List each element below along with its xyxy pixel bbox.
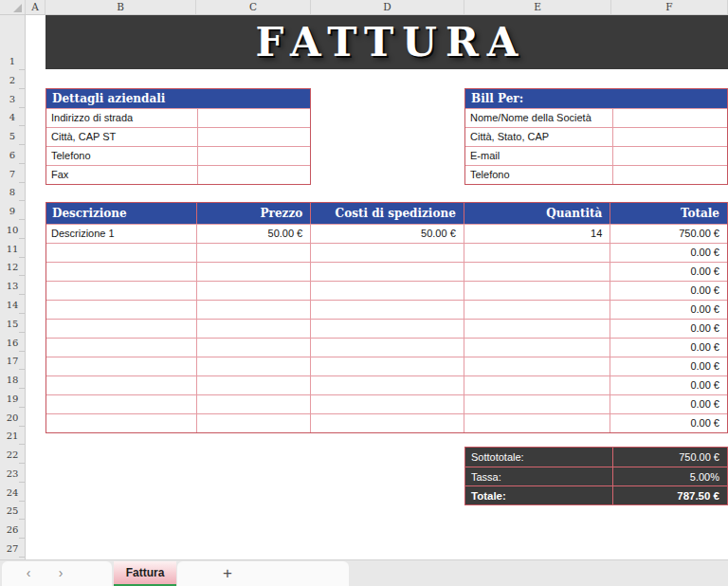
bill-to-value-cell[interactable] [612, 147, 727, 165]
summary-value[interactable]: 5.00% [612, 467, 727, 485]
row-header-14[interactable]: 14 [0, 299, 25, 312]
bill-to-value-cell[interactable] [612, 128, 727, 146]
row-header-12[interactable]: 12 [0, 261, 25, 274]
bill-to-label-cell[interactable]: E-mail [465, 147, 612, 165]
row-header-7[interactable]: 7 [0, 168, 25, 181]
bill-to-header[interactable]: Bill Per: [465, 89, 727, 108]
row-header-5[interactable]: 5 [0, 130, 25, 143]
item-cell[interactable] [464, 395, 611, 413]
item-cell[interactable] [311, 320, 464, 338]
select-all-corner[interactable] [0, 0, 26, 14]
row-header-2[interactable]: 2 [0, 74, 25, 87]
item-cell[interactable]: 0.00 € [610, 414, 727, 432]
company-details-header[interactable]: Dettagli aziendali [46, 89, 310, 108]
row-header-26[interactable]: 26 [0, 523, 25, 537]
item-cell[interactable] [311, 376, 464, 394]
item-cell[interactable]: 0.00 € [610, 263, 727, 281]
row-header-4[interactable]: 4 [0, 111, 25, 124]
row-header-24[interactable]: 24 [0, 486, 25, 500]
column-header-C[interactable]: C [196, 0, 311, 14]
row-header-3[interactable]: 3 [0, 93, 25, 106]
column-header-F[interactable]: F [611, 0, 728, 14]
row-header-1[interactable]: 1 [0, 55, 25, 68]
item-cell[interactable] [464, 301, 611, 319]
item-cell[interactable] [197, 395, 312, 413]
item-cell[interactable] [46, 282, 197, 300]
summary-label[interactable]: Sottototale: [465, 448, 612, 467]
row-header-27[interactable]: 27 [0, 542, 25, 556]
item-cell[interactable]: 50.00 € [311, 225, 464, 243]
company-details-label-cell[interactable]: Fax [46, 166, 197, 184]
add-sheet-button[interactable]: + [217, 561, 238, 586]
summary-label[interactable]: Tassa: [465, 467, 612, 485]
row-header-18[interactable]: 18 [0, 374, 25, 387]
item-cell[interactable] [464, 376, 611, 394]
item-cell[interactable]: 0.00 € [610, 301, 727, 319]
invoice-title-cell[interactable]: FATTURA [46, 15, 728, 69]
row-header-16[interactable]: 16 [0, 337, 25, 350]
company-details-label-cell[interactable]: Città, CAP ST [46, 128, 197, 146]
column-header-B[interactable]: B [46, 0, 196, 14]
item-cell[interactable] [311, 395, 464, 413]
row-header-23[interactable]: 23 [0, 467, 25, 481]
row-header-20[interactable]: 20 [0, 412, 25, 425]
summary-value[interactable]: 750.00 € [612, 448, 727, 467]
item-cell[interactable] [197, 376, 312, 394]
item-cell[interactable] [464, 244, 611, 262]
item-cell[interactable] [311, 282, 464, 300]
item-cell[interactable] [311, 414, 464, 432]
item-cell[interactable] [197, 320, 312, 338]
item-cell[interactable]: 0.00 € [610, 339, 727, 357]
company-details-value-cell[interactable] [197, 147, 310, 165]
item-cell[interactable] [197, 414, 312, 432]
items-column-header[interactable]: Quantità [464, 203, 611, 224]
item-cell[interactable] [46, 320, 197, 338]
item-cell[interactable] [311, 357, 464, 375]
column-header-E[interactable]: E [464, 0, 611, 14]
item-cell[interactable]: 50.00 € [197, 225, 312, 243]
summary-label[interactable]: Totale: [465, 486, 612, 504]
summary-value[interactable]: 787.50 € [612, 486, 727, 504]
item-cell[interactable] [464, 263, 611, 281]
items-column-header[interactable]: Descrizione [46, 203, 197, 224]
company-details-label-cell[interactable]: Telefono [46, 147, 197, 165]
item-cell[interactable] [464, 339, 611, 357]
row-header-17[interactable]: 17 [0, 355, 25, 368]
item-cell[interactable] [46, 263, 197, 281]
item-cell[interactable] [464, 282, 611, 300]
row-header-9[interactable]: 9 [0, 205, 25, 218]
row-header-25[interactable]: 25 [0, 504, 25, 518]
item-cell[interactable] [464, 320, 611, 338]
item-cell[interactable] [46, 395, 197, 413]
bill-to-value-cell[interactable] [612, 166, 727, 184]
bill-to-value-cell[interactable] [612, 109, 727, 127]
bill-to-label-cell[interactable]: Città, Stato, CAP [465, 128, 612, 146]
bill-to-label-cell[interactable]: Nome/Nome della Società [465, 109, 612, 127]
item-cell[interactable] [46, 301, 197, 319]
company-details-label-cell[interactable]: Indirizzo di strada [46, 109, 197, 127]
column-header-A[interactable]: A [26, 0, 46, 14]
item-cell[interactable] [46, 244, 197, 262]
prev-sheet-button[interactable]: ‹ [19, 561, 38, 586]
row-header-10[interactable]: 10 [0, 224, 25, 237]
row-header-13[interactable]: 13 [0, 280, 25, 293]
item-cell[interactable] [197, 301, 312, 319]
item-cell[interactable]: 750.00 € [610, 225, 727, 243]
sheet-tab-fattura[interactable]: Fattura [114, 561, 176, 586]
item-cell[interactable] [197, 357, 312, 375]
company-details-value-cell[interactable] [197, 109, 310, 127]
company-details-value-cell[interactable] [197, 128, 310, 146]
item-cell[interactable] [197, 282, 312, 300]
item-cell[interactable] [311, 244, 464, 262]
company-details-value-cell[interactable] [197, 166, 310, 184]
item-cell[interactable] [311, 263, 464, 281]
next-sheet-button[interactable]: › [51, 561, 70, 586]
items-column-header[interactable]: Prezzo [197, 203, 312, 224]
item-cell[interactable]: 0.00 € [610, 320, 727, 338]
item-cell[interactable] [197, 263, 312, 281]
item-cell[interactable] [464, 414, 611, 432]
row-header-8[interactable]: 8 [0, 186, 25, 199]
row-header-15[interactable]: 15 [0, 318, 25, 331]
items-column-header[interactable]: Costi di spedizione [311, 203, 464, 224]
row-header-22[interactable]: 22 [0, 449, 25, 462]
